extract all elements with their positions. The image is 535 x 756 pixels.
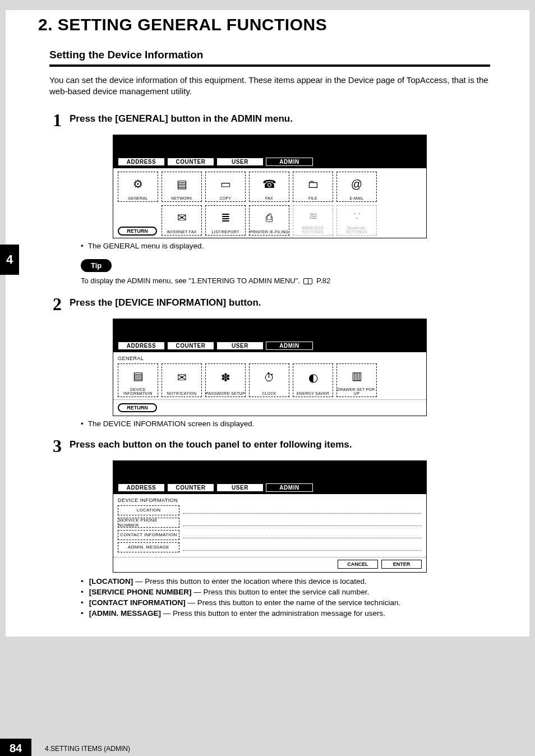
- book-icon: [303, 278, 312, 284]
- email-icon: @: [351, 172, 362, 196]
- location-button[interactable]: LOCATION: [118, 505, 179, 515]
- step-instruction: Press each button on the touch panel to …: [70, 437, 490, 450]
- location-description: [LOCATION] — Press this button to enter …: [81, 577, 490, 586]
- wireless-icon: ≋: [308, 206, 318, 226]
- gear-icon: ⚙: [133, 172, 143, 196]
- internet-fax-icon: ✉: [177, 206, 187, 230]
- tab-admin[interactable]: ADMIN: [266, 483, 313, 492]
- step-1: 1 Press the [GENERAL] button in the ADMI…: [49, 111, 490, 129]
- page-number: 84: [0, 739, 31, 756]
- chapter-side-tab: 4: [0, 245, 19, 275]
- copy-icon: ▭: [220, 172, 231, 196]
- tab-admin[interactable]: ADMIN: [266, 342, 313, 350]
- service-phone-number-button[interactable]: SERVICE PHONE NUMBER: [118, 518, 179, 528]
- bluetooth-settings-button: ∵Bluetooth SETTINGS: [336, 205, 377, 236]
- step-instruction: Press the [DEVICE INFORMATION] button.: [70, 295, 490, 308]
- copy-button[interactable]: ▭COPY: [205, 172, 246, 202]
- email-button[interactable]: @E-MAIL: [336, 172, 377, 202]
- network-button[interactable]: ▤NETWORK: [162, 172, 202, 202]
- clock-button[interactable]: ⏱CLOCK: [249, 363, 289, 397]
- fax-icon: ☎: [262, 172, 276, 196]
- printer-icon: ⎙: [266, 206, 273, 230]
- tip-text: To display the ADMIN menu, see "1.ENTERI…: [81, 276, 490, 285]
- list-report-button[interactable]: ≣LIST/REPORT: [205, 205, 246, 236]
- step1-note: The GENERAL menu is displayed.: [81, 242, 490, 250]
- general-button[interactable]: ⚙GENERAL: [118, 172, 158, 202]
- tab-counter[interactable]: COUNTER: [167, 158, 214, 166]
- field-descriptions: [LOCATION] — Press this button to enter …: [81, 577, 490, 617]
- tip-text-content: To display the ADMIN menu, see "1.ENTERI…: [81, 276, 300, 285]
- admin-message-description: [ADMIN. MESSAGE] — Press this button to …: [81, 609, 490, 617]
- network-icon: ▤: [177, 172, 187, 196]
- internet-fax-button[interactable]: ✉INTERNET FAX: [162, 205, 202, 236]
- tab-user[interactable]: USER: [216, 342, 264, 350]
- password-icon: ✽: [221, 364, 230, 391]
- list-icon: ≣: [221, 206, 230, 230]
- tab-user[interactable]: USER: [216, 483, 264, 492]
- tab-user[interactable]: USER: [216, 158, 264, 166]
- tab-admin[interactable]: ADMIN: [266, 158, 313, 166]
- energy-saver-button[interactable]: ◐ENERGY SAVER: [293, 363, 333, 397]
- tab-address[interactable]: ADDRESS: [118, 342, 165, 350]
- section-rule: [49, 64, 490, 67]
- step2-note: The DEVICE INFORMATION screen is display…: [81, 420, 490, 428]
- content-area: Setting the Device Information You can s…: [6, 39, 529, 637]
- admin-message-value-line: [183, 544, 422, 551]
- device-information-button[interactable]: ▤DEVICE INFORMATION: [118, 363, 158, 397]
- return-button[interactable]: RETURN: [118, 403, 157, 412]
- device-information-screenshot: ADDRESS COUNTER USER ADMIN DEVICE INFORM…: [113, 460, 427, 573]
- admin-menu-screenshot: ADDRESS COUNTER USER ADMIN ⚙GENERAL ▤NET…: [113, 135, 427, 238]
- admin-message-button[interactable]: ADMIN. MESSAGE: [118, 542, 179, 552]
- location-value-line: [183, 507, 422, 514]
- notification-icon: ✉: [177, 364, 187, 391]
- notification-button[interactable]: ✉NOTIFICATION: [162, 363, 202, 397]
- password-setup-button[interactable]: ✽PASSWORD SETUP: [205, 363, 246, 397]
- chapter-title-bar: 2. SETTING GENERAL FUNCTIONS: [6, 10, 529, 39]
- step-number: 1: [49, 111, 62, 129]
- bluetooth-icon: ∵: [353, 206, 361, 226]
- file-icon: 🗀: [307, 172, 319, 196]
- step-number: 2: [49, 295, 62, 313]
- chapter-title: 2. SETTING GENERAL FUNCTIONS: [38, 15, 519, 34]
- enter-button[interactable]: ENTER: [381, 560, 422, 569]
- contact-info-value-line: [183, 532, 422, 538]
- service-phone-description: [SERVICE PHONE NUMBER] — Press this butt…: [81, 588, 490, 596]
- step-instruction: Press the [GENERAL] button in the ADMIN …: [70, 111, 490, 125]
- page-footer: 84 4.SETTING ITEMS (ADMIN): [0, 739, 130, 756]
- cancel-button[interactable]: CANCEL: [338, 560, 378, 569]
- return-button[interactable]: RETURN: [118, 227, 157, 236]
- file-button[interactable]: 🗀FILE: [293, 172, 333, 202]
- drawer-set-popup-button[interactable]: ▥DRAWER SET POP-UP: [336, 363, 377, 397]
- contact-info-description: [CONTACT INFORMATION] — Press this butto…: [81, 598, 490, 607]
- printer-efiling-button[interactable]: ⎙PRINTER /E-FILING: [249, 205, 289, 236]
- tip-page-ref: P.82: [316, 276, 330, 285]
- general-menu-screenshot: ADDRESS COUNTER USER ADMIN GENERAL ▤DEVI…: [113, 319, 427, 416]
- page: 4 2. SETTING GENERAL FUNCTIONS Setting t…: [0, 10, 535, 756]
- breadcrumb-general: GENERAL: [118, 356, 422, 361]
- wireless-settings-button: ≋WIRELESS SETTINGS: [293, 205, 333, 236]
- clock-icon: ⏱: [264, 364, 275, 391]
- section-heading: Setting the Device Information: [49, 49, 490, 61]
- tip-badge: Tip: [81, 259, 112, 272]
- step-2: 2 Press the [DEVICE INFORMATION] button.: [49, 295, 490, 313]
- breadcrumb-device-info: DEVICE INFORMATION: [118, 497, 422, 503]
- tab-address[interactable]: ADDRESS: [118, 158, 165, 166]
- footer-text: 4.SETTING ITEMS (ADMIN): [45, 745, 130, 753]
- tab-counter[interactable]: COUNTER: [167, 483, 214, 492]
- intro-paragraph: You can set the device information of th…: [49, 75, 490, 98]
- drawer-icon: ▥: [352, 364, 362, 388]
- contact-information-button[interactable]: CONTACT INFORMATION: [118, 530, 179, 540]
- step-3: 3 Press each button on the touch panel t…: [49, 437, 490, 455]
- tab-counter[interactable]: COUNTER: [167, 342, 214, 350]
- tab-address[interactable]: ADDRESS: [118, 483, 165, 492]
- energy-saver-icon: ◐: [308, 364, 318, 391]
- fax-button[interactable]: ☎FAX: [249, 172, 289, 202]
- device-info-icon: ▤: [133, 364, 144, 388]
- service-phone-value-line: [183, 519, 422, 526]
- step-number: 3: [49, 437, 62, 455]
